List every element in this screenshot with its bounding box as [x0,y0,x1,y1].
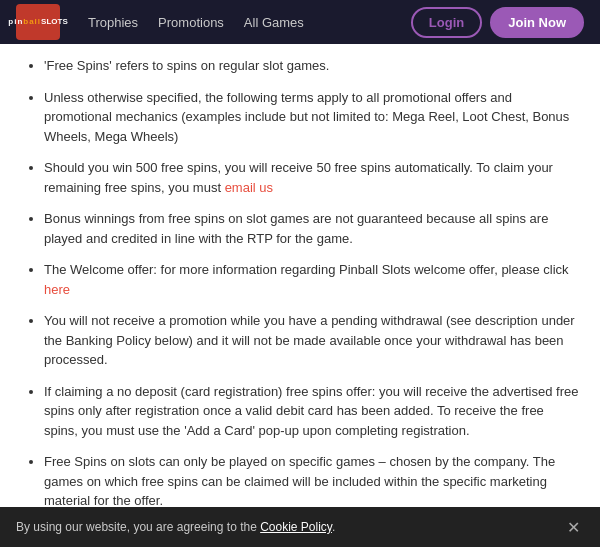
list-item: Bonus winnings from free spins on slot g… [44,209,580,248]
cookie-bar: By using our website, you are agreeing t… [0,507,600,547]
main-nav: Trophies Promotions All Games [80,11,411,34]
list-item: Unless otherwise specified, the followin… [44,88,580,147]
login-button[interactable]: Login [411,7,482,38]
cookie-text-before: By using our website, you are agreeing t… [16,520,260,534]
logo-text-top: pinball [8,18,41,27]
cookie-text-after: . [332,520,335,534]
email-us-link[interactable]: email us [225,180,273,195]
join-button[interactable]: Join Now [490,7,584,38]
logo: pinball SLOTS [16,4,60,40]
logo-text-bottom: SLOTS [41,18,68,27]
here-link[interactable]: here [44,282,70,297]
nav-trophies[interactable]: Trophies [80,11,146,34]
cookie-policy-link[interactable]: Cookie Policy [260,520,332,534]
text-before: The Welcome offer: for more information … [44,262,569,277]
list-item: Free Spins on slots can only be played o… [44,452,580,507]
terms-list: 'Free Spins' refers to spins on regular … [20,56,580,507]
list-item: Should you win 500 free spins, you will … [44,158,580,197]
nav-promotions[interactable]: Promotions [150,11,232,34]
cookie-bar-text: By using our website, you are agreeing t… [16,520,551,534]
main-content: 'Free Spins' refers to spins on regular … [0,44,600,507]
nav-all-games[interactable]: All Games [236,11,312,34]
list-item: 'Free Spins' refers to spins on regular … [44,56,580,76]
list-item: If claiming a no deposit (card registrat… [44,382,580,441]
header: pinball SLOTS Trophies Promotions All Ga… [0,0,600,44]
header-actions: Login Join Now [411,7,584,38]
list-item: The Welcome offer: for more information … [44,260,580,299]
text-before: Should you win 500 free spins, you will … [44,160,553,195]
cookie-close-button[interactable]: ✕ [563,518,584,537]
list-item: You will not receive a promotion while y… [44,311,580,370]
logo-box: pinball SLOTS [16,4,60,40]
